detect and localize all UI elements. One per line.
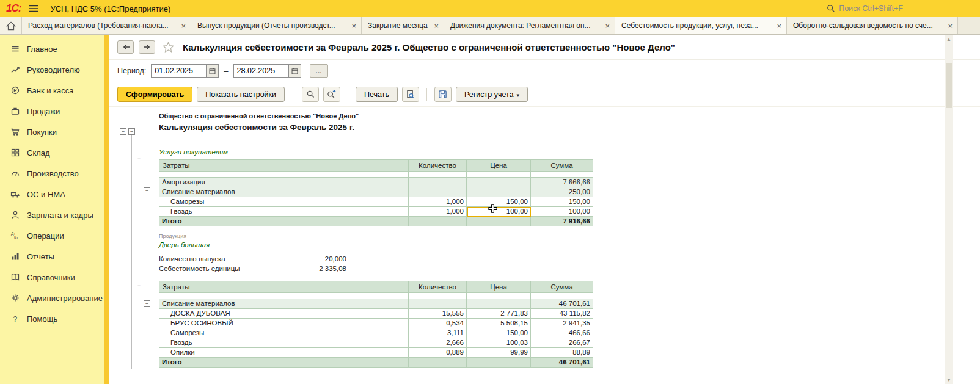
cell-name[interactable]: Списание материалов (159, 299, 409, 309)
cell-price[interactable] (467, 217, 531, 226)
cell-sum[interactable]: 2 941,35 (531, 319, 593, 328)
global-search[interactable]: Поиск Ctrl+Shift+F (827, 4, 903, 13)
print-preview-icon[interactable] (402, 87, 419, 102)
cell-sum[interactable]: 46 701,61 (531, 299, 593, 309)
cell-price[interactable]: 150,00 (467, 328, 531, 338)
column-header[interactable]: Цена (467, 281, 531, 293)
sidebar-scroll-strip[interactable] (104, 35, 109, 384)
cell-name[interactable]: Гвоздь (159, 207, 409, 217)
column-header[interactable]: Сумма (531, 281, 593, 293)
cell-price[interactable]: 2 771,83 (467, 309, 531, 319)
cell-name[interactable]: Амортизация (159, 178, 409, 187)
cell-name[interactable]: Списание материалов (159, 187, 409, 197)
sidebar-item-otchety[interactable]: Отчеты (0, 246, 109, 267)
calendar-icon[interactable] (206, 64, 219, 78)
cell-qty[interactable] (409, 299, 467, 309)
close-icon[interactable]: × (605, 22, 610, 30)
cell-sum[interactable]: 466,66 (531, 328, 593, 338)
cell-sum[interactable]: 43 115,82 (531, 309, 593, 319)
cell-sum[interactable]: 46 701,61 (531, 358, 593, 368)
main-menu-icon[interactable] (27, 3, 40, 14)
print-button[interactable]: Печать (356, 87, 398, 102)
cell-price[interactable]: 5 508,15 (467, 319, 531, 328)
scrollbar-thumb[interactable] (946, 63, 952, 108)
sidebar-item-os-i-nma[interactable]: ОС и НМА (0, 184, 109, 205)
period-to-input[interactable] (233, 64, 288, 78)
tab-zakrytie-mesyaca[interactable]: Закрытие месяца × (362, 17, 444, 34)
cell-qty[interactable]: 1,000 (409, 207, 467, 217)
sidebar-item-administrirovanie[interactable]: Администрирование (0, 288, 109, 308)
sidebar-item-pomosch[interactable]: ? Помощь (0, 308, 109, 329)
period-from-input[interactable] (151, 64, 206, 78)
generate-button[interactable]: Сформировать (117, 87, 192, 102)
calendar-icon[interactable] (288, 64, 301, 78)
group-label-services[interactable]: Услуги покупателям (159, 148, 980, 156)
cell-price[interactable] (467, 187, 531, 197)
collapse-box[interactable]: − (144, 187, 150, 194)
close-icon[interactable]: × (181, 22, 186, 30)
column-header[interactable]: Цена (467, 160, 531, 172)
info-value[interactable]: 20,000 (257, 254, 346, 264)
info-value[interactable]: 2 335,08 (257, 264, 346, 274)
find-advanced-icon[interactable] (323, 87, 340, 102)
cell-price[interactable]: 99,99 (467, 348, 531, 358)
tab-rashod-materialov[interactable]: Расход материалов (Требования-накла... × (22, 17, 191, 34)
cell-name[interactable]: Саморезы (159, 328, 409, 338)
tab-oborotno-saldovaya[interactable]: Оборотно-сальдовая ведомость по сче... × (787, 17, 958, 34)
cell-sum[interactable]: 7 666,66 (531, 178, 593, 187)
cell-qty[interactable]: 1,000 (409, 197, 467, 207)
column-header[interactable]: Количество (409, 160, 467, 172)
cell-price[interactable] (467, 178, 531, 187)
cell-name[interactable]: БРУС ОСИНОВЫЙ (159, 319, 409, 328)
cell-price[interactable]: 150,00 (467, 197, 531, 207)
cell-name[interactable]: Гвоздь (159, 338, 409, 348)
back-button[interactable] (117, 40, 134, 54)
sidebar-item-proizvodstvo[interactable]: Производство (0, 163, 109, 184)
close-icon[interactable]: × (777, 22, 781, 30)
cell-price[interactable] (467, 299, 531, 309)
tab-vypusk-produkcii[interactable]: Выпуск продукции (Отчеты производст... × (191, 17, 362, 34)
sidebar-item-operacii[interactable]: ДтКт Операции (0, 225, 109, 246)
selected-cell[interactable]: 100,00 (467, 207, 531, 217)
cell-sum[interactable]: -88,89 (531, 348, 593, 358)
column-header[interactable]: Сумма (531, 160, 593, 172)
cell-qty[interactable]: -0,889 (409, 348, 467, 358)
collapse-box[interactable]: − (136, 283, 142, 289)
cell-name[interactable]: Итого (159, 217, 409, 226)
collapse-box[interactable]: − (128, 128, 135, 135)
sidebar-item-glavnoe[interactable]: Главное (0, 38, 109, 59)
company-name[interactable]: Общество с ограниченной ответственностью… (159, 112, 980, 120)
cell-qty[interactable] (409, 187, 467, 197)
sidebar-item-bank-i-kassa[interactable]: Банк и касса (0, 80, 109, 101)
cell-qty[interactable]: 0,534 (409, 319, 467, 328)
save-icon[interactable] (434, 87, 452, 102)
info-label[interactable]: Себестоимость единицы (159, 264, 257, 274)
tab-dvizheniya-dokumenta[interactable]: Движения документа: Регламентная оп... × (444, 17, 615, 34)
tab-sebestoimost[interactable]: Себестоимость продукции, услуг, неза... … (615, 17, 787, 34)
cell-sum[interactable]: 150,00 (531, 197, 593, 207)
section-label-production[interactable]: Продукция (159, 233, 980, 239)
cell-sum[interactable]: 7 916,66 (531, 217, 593, 226)
close-icon[interactable]: × (351, 22, 356, 30)
find-icon[interactable] (302, 87, 319, 102)
cell-qty[interactable] (409, 217, 467, 226)
register-dropdown-button[interactable]: Регистр учета▾ (456, 87, 528, 102)
vertical-scrollbar[interactable]: ▲ ▼ (945, 35, 953, 384)
column-header[interactable]: Затраты (159, 160, 409, 172)
tab-home[interactable] (0, 17, 22, 34)
sidebar-item-zarplata-i-kadry[interactable]: Зарплата и кадры (0, 205, 109, 225)
cell-qty[interactable]: 2,666 (409, 338, 467, 348)
collapse-box[interactable]: − (120, 128, 126, 135)
cell-price[interactable] (467, 358, 531, 368)
cell-qty[interactable] (409, 358, 467, 368)
forward-button[interactable] (139, 40, 155, 54)
cell-qty[interactable]: 15,555 (409, 309, 467, 319)
collapse-box[interactable]: − (136, 156, 142, 162)
sidebar-item-prodazhi[interactable]: Продажи (0, 101, 109, 121)
info-label[interactable]: Количество выпуска (159, 254, 257, 264)
report-heading[interactable]: Калькуляция себестоимости за Февраль 202… (159, 123, 980, 132)
cell-name[interactable]: ДОСКА ДУБОВАЯ (159, 309, 409, 319)
column-header[interactable]: Количество (409, 281, 467, 293)
close-icon[interactable]: × (948, 22, 953, 30)
cell-qty[interactable]: 3,111 (409, 328, 467, 338)
